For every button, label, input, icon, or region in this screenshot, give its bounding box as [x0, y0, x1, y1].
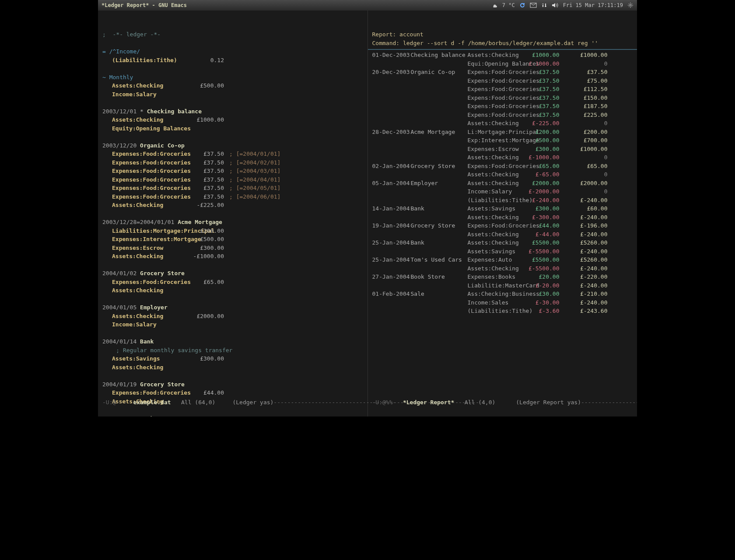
report-balance: 0 — [560, 170, 608, 179]
posting-account: (Liabilities:Tithe) — [112, 56, 192, 65]
report-amount: £-225.00 — [525, 119, 560, 128]
report-balance: £-240.00 — [560, 298, 608, 307]
posting-amount: £37.50 — [192, 184, 224, 192]
posting-amount: £1000.00 — [192, 116, 224, 124]
posting-amount: £65.00 — [192, 278, 224, 287]
report-balance: £1000.00 — [560, 51, 608, 60]
report-date — [372, 85, 411, 94]
mail-icon[interactable] — [530, 3, 537, 8]
report-date — [372, 281, 411, 290]
report-balance: £-210.00 — [560, 290, 608, 298]
txn-comment: ; Regular monthly savings transfer — [116, 347, 232, 354]
posting-account: Income:Salary — [112, 90, 192, 99]
report-title: Report: account — [372, 31, 424, 38]
report-account: Exp:Interest:Mortgage — [468, 136, 525, 145]
report-date — [372, 264, 411, 273]
report-balance: £-240.00 — [560, 230, 608, 239]
report-amount: £-5500.00 — [525, 247, 560, 256]
report-amount: £37.50 — [525, 102, 560, 111]
report-payee — [411, 77, 468, 85]
report-amount: £44.00 — [525, 221, 560, 230]
txn-payee: Grocery Store — [140, 381, 185, 388]
report-date — [372, 77, 411, 85]
report-payee — [411, 60, 468, 68]
report-payee — [411, 94, 468, 102]
report-account: Assets:Savings — [468, 204, 525, 213]
periodic: ~ Monthly — [102, 74, 133, 80]
report-balance: 0 — [560, 60, 608, 68]
report-date: 01-Dec-2003 — [372, 51, 411, 60]
posting-amount: £500.00 — [192, 235, 224, 244]
posting-amount: £37.50 — [192, 175, 224, 184]
gear-icon[interactable] — [627, 2, 634, 8]
report-amount: £500.00 — [525, 136, 560, 145]
txn-date: 2004/01/14 — [102, 338, 136, 345]
report-date — [372, 307, 411, 315]
posting-account: Expenses:Food:Groceries — [112, 184, 192, 192]
report-account: Expens:Food:Groceries — [468, 94, 525, 102]
posting-account: Expenses:Escrow — [112, 244, 192, 252]
report-payee: Organic Co-op — [411, 68, 468, 77]
report-date — [372, 119, 411, 128]
report-amount: £30.00 — [525, 290, 560, 298]
report-date: 14-Jan-2004 — [372, 204, 411, 213]
report-balance: 0 — [560, 119, 608, 128]
posting-amount: £37.50 — [192, 150, 224, 158]
report-date — [372, 102, 411, 111]
refresh-icon[interactable] — [519, 2, 525, 8]
report-payee: Sale — [411, 290, 468, 298]
report-payee — [411, 170, 468, 179]
report-payee — [411, 85, 468, 94]
posting-account: Income:Salary — [112, 320, 192, 329]
report-date — [372, 187, 411, 196]
report-balance: £200.00 — [560, 128, 608, 136]
posting-account: Assets:Checking — [112, 201, 192, 210]
report-account: Assets:Checking — [468, 264, 525, 273]
report-payee — [411, 145, 468, 154]
report-date — [372, 298, 411, 307]
posting-amount — [192, 320, 224, 329]
report-account: Assets:Savings — [468, 247, 525, 256]
posting-note: ; [=2004/02/01] — [224, 158, 280, 167]
report-date — [372, 247, 411, 256]
report-account: Income:Sales — [468, 298, 525, 307]
report-payee — [411, 298, 468, 307]
report-balance: £37.50 — [560, 68, 608, 77]
report-pane[interactable]: Report: accountCommand: ledger --sort d … — [368, 10, 637, 416]
report-balance: £1000.00 — [560, 145, 608, 154]
report-balance: £-240.00 — [560, 247, 608, 256]
report-amount: £-300.00 — [525, 213, 560, 222]
txn-flag: * — [140, 108, 147, 115]
clock: Fri 15 Mar 17:11:19 — [563, 2, 623, 8]
report-account: Expens:Food:Groceries — [468, 221, 525, 230]
report-balance: £5260.00 — [560, 256, 608, 264]
network-icon[interactable] — [541, 2, 547, 8]
weather-text: 7 °C — [502, 2, 515, 8]
posting-account: Assets:Savings — [112, 354, 192, 363]
txn-payee: Organic Co-op — [140, 142, 185, 149]
posting-account: Expenses:Food:Groceries — [112, 175, 192, 184]
report-amount: £20.00 — [525, 273, 560, 281]
report-payee — [411, 187, 468, 196]
report-date: 28-Dec-2003 — [372, 128, 411, 136]
report-payee — [411, 111, 468, 119]
report-balance: £-240.00 — [560, 264, 608, 273]
report-account: Assets:Checking — [468, 230, 525, 239]
report-payee: Grocery Store — [411, 162, 468, 171]
report-amount: £37.50 — [525, 77, 560, 85]
report-payee: Tom's Used Cars — [411, 256, 468, 264]
report-account: Expenses:Auto — [468, 256, 525, 264]
report-account: Liabilitie:MasterCard — [468, 281, 525, 290]
report-account: Assets:Checking — [468, 153, 525, 162]
report-account: Equi:Opening Balances — [468, 60, 525, 68]
posting-note: ; [=2004/01/01] — [224, 150, 280, 158]
volume-icon[interactable] — [552, 2, 559, 8]
report-balance: £225.00 — [560, 111, 608, 119]
report-balance: £-220.00 — [560, 273, 608, 281]
report-account: Expens:Food:Groceries — [468, 68, 525, 77]
editor-pane[interactable]: ; -*- ledger -*- = /^Income/(Liabilities… — [98, 10, 368, 416]
report-amount: £-30.00 — [525, 298, 560, 307]
report-payee — [411, 153, 468, 162]
report-date — [372, 196, 411, 205]
report-amount: £5500.00 — [525, 256, 560, 264]
